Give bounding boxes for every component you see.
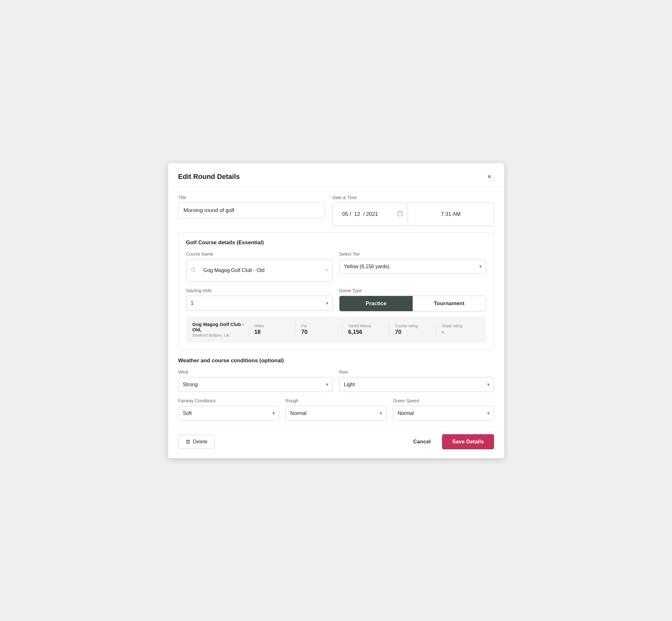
yards-value: 6,156 xyxy=(348,329,362,335)
save-button[interactable]: Save Details xyxy=(442,434,494,449)
holes-value: 18 xyxy=(254,329,261,335)
starting-hole-group: Starting Hole 1234 5678 910 ▾ xyxy=(186,288,333,312)
date-input-wrapper xyxy=(333,203,408,226)
clear-course-icon[interactable]: × xyxy=(325,267,328,273)
modal-header: Edit Round Details × xyxy=(168,163,504,188)
yards-label: Yards(Yellow) xyxy=(348,324,371,328)
close-button[interactable]: × xyxy=(485,172,494,181)
time-input[interactable] xyxy=(412,207,489,222)
game-type-group: Game Type Practice Tournament xyxy=(339,288,486,312)
slope-rating-stat: Slope rating - xyxy=(436,324,480,335)
title-label: Title xyxy=(178,195,325,200)
rain-wrapper: LightNoneModerateHeavy ▾ xyxy=(339,377,494,392)
weather-section: Weather and course conditions (optional)… xyxy=(178,358,494,421)
course-tee-row: Course Name × Select Tee xyxy=(186,251,486,282)
weather-section-title: Weather and course conditions (optional) xyxy=(178,358,494,364)
par-value: 70 xyxy=(301,329,307,335)
wind-dropdown[interactable]: StrongLightModerateCalm xyxy=(178,377,333,392)
datetime-group: Date & Time xyxy=(333,195,494,226)
green-speed-dropdown[interactable]: NormalSlowFastVery Fast xyxy=(393,406,494,421)
conditions-row: Fairway Conditions SoftNormalHardWet ▾ R… xyxy=(178,398,494,421)
wind-label: Wind xyxy=(178,370,333,375)
slope-rating-value: - xyxy=(442,329,444,335)
rain-label: Rain xyxy=(339,370,494,375)
slope-rating-label: Slope rating xyxy=(442,324,462,328)
rough-wrapper: NormalSoftHardWet ▾ xyxy=(286,406,386,421)
game-type-toggle: Practice Tournament xyxy=(339,296,486,312)
rain-dropdown[interactable]: LightNoneModerateHeavy xyxy=(339,377,494,392)
modal-footer: Delete Cancel Save Details xyxy=(168,427,504,458)
time-input-wrapper xyxy=(408,203,494,226)
hole-gametype-row: Starting Hole 1234 5678 910 ▾ Game Type … xyxy=(186,288,486,312)
title-group: Title xyxy=(178,195,325,218)
select-tee-wrapper: Yellow (6,156 yards) Red (5,400 yards) W… xyxy=(339,259,486,274)
course-name-group: Course Name × xyxy=(186,251,333,282)
cancel-button[interactable]: Cancel xyxy=(408,435,436,449)
title-input[interactable] xyxy=(178,203,325,218)
course-rating-label: Course rating xyxy=(395,324,418,328)
course-info-name-text: Gog Magog Golf Club - Old, xyxy=(193,322,246,332)
course-info-location: Shelford Bottom, UK xyxy=(193,333,246,338)
select-tee-label: Select Tee xyxy=(339,251,486,256)
course-name-label: Course Name xyxy=(186,251,333,256)
tournament-toggle-button[interactable]: Tournament xyxy=(413,296,486,311)
wind-group: Wind StrongLightModerateCalm ▾ xyxy=(178,370,333,392)
rough-dropdown[interactable]: NormalSoftHardWet xyxy=(286,406,386,421)
course-search-input[interactable] xyxy=(199,263,323,278)
select-tee-dropdown[interactable]: Yellow (6,156 yards) Red (5,400 yards) W… xyxy=(339,259,486,274)
svg-rect-0 xyxy=(397,211,402,216)
course-rating-value: 70 xyxy=(395,329,401,335)
holes-label: Holes xyxy=(254,324,264,328)
fairway-wrapper: SoftNormalHardWet ▾ xyxy=(178,406,279,421)
search-icon xyxy=(191,267,196,274)
rain-group: Rain LightNoneModerateHeavy ▾ xyxy=(339,370,494,392)
title-datetime-row: Title Date & Time xyxy=(178,195,494,226)
delete-label: Delete xyxy=(193,439,208,445)
rough-group: Rough NormalSoftHardWet ▾ xyxy=(286,398,386,421)
date-input[interactable] xyxy=(337,207,394,222)
trash-icon xyxy=(185,439,191,444)
modal-body: Title Date & Time xyxy=(168,188,504,421)
par-stat: Par 70 xyxy=(295,324,339,335)
course-search-wrapper: × xyxy=(186,259,333,282)
holes-stat: Holes 18 xyxy=(248,324,292,335)
practice-toggle-button[interactable]: Practice xyxy=(339,296,413,311)
wind-rain-row: Wind StrongLightModerateCalm ▾ Rain Ligh… xyxy=(178,370,494,392)
datetime-label: Date & Time xyxy=(333,195,494,200)
edit-round-modal: Edit Round Details × Title Date & Time xyxy=(168,163,504,458)
footer-right: Cancel Save Details xyxy=(408,434,494,449)
svg-point-4 xyxy=(192,268,195,272)
fairway-group: Fairway Conditions SoftNormalHardWet ▾ xyxy=(178,398,279,421)
golf-course-section: Golf Course details (Essential) Course N… xyxy=(178,232,494,350)
green-speed-wrapper: NormalSlowFastVery Fast ▾ xyxy=(393,406,494,421)
game-type-label: Game Type xyxy=(339,288,486,293)
select-tee-group: Select Tee Yellow (6,156 yards) Red (5,4… xyxy=(339,251,486,282)
calendar-icon xyxy=(397,210,403,218)
starting-hole-label: Starting Hole xyxy=(186,288,333,293)
date-time-wrapper xyxy=(333,203,494,226)
wind-wrapper: StrongLightModerateCalm ▾ xyxy=(178,377,333,392)
course-info-name: Gog Magog Golf Club - Old, Shelford Bott… xyxy=(193,322,246,338)
delete-button[interactable]: Delete xyxy=(178,435,215,449)
course-info-card: Gog Magog Golf Club - Old, Shelford Bott… xyxy=(186,317,486,343)
svg-line-5 xyxy=(194,271,195,272)
starting-hole-wrapper: 1234 5678 910 ▾ xyxy=(186,296,333,310)
starting-hole-dropdown[interactable]: 1234 5678 910 xyxy=(186,296,333,310)
yards-stat: Yards(Yellow) 6,156 xyxy=(342,324,386,335)
rough-label: Rough xyxy=(286,398,386,403)
modal-title: Edit Round Details xyxy=(178,173,240,181)
green-speed-label: Green Speed xyxy=(393,398,494,403)
fairway-label: Fairway Conditions xyxy=(178,398,279,403)
green-speed-group: Green Speed NormalSlowFastVery Fast ▾ xyxy=(393,398,494,421)
course-rating-stat: Course rating 70 xyxy=(389,324,433,335)
golf-course-section-title: Golf Course details (Essential) xyxy=(186,240,486,246)
par-label: Par xyxy=(301,324,307,328)
fairway-dropdown[interactable]: SoftNormalHardWet xyxy=(178,406,279,421)
